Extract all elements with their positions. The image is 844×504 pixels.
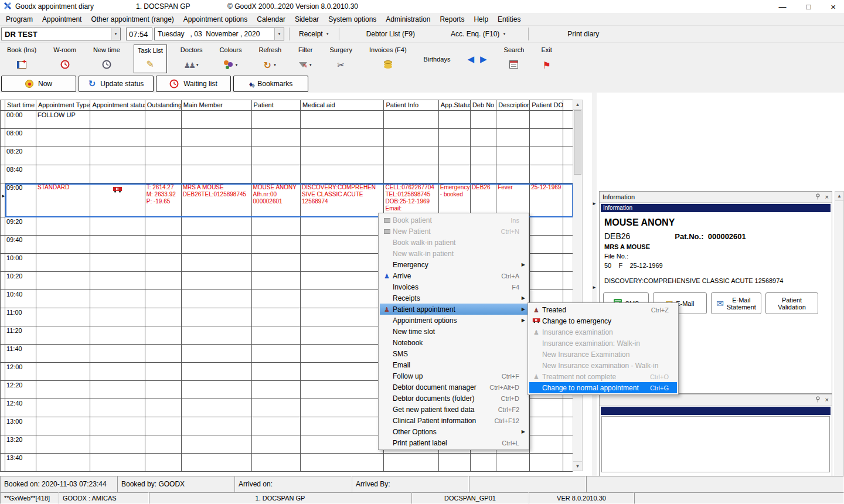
toolbar-button-refresh[interactable]: Refresh↻▼ <box>256 45 285 73</box>
column-header-patient[interactable]: Patient <box>252 100 301 111</box>
column-header-start-time[interactable]: Start time <box>5 100 36 111</box>
menu-entities[interactable]: Entities <box>493 13 525 25</box>
toolbar-button-filter[interactable]: Filter▼ <box>295 45 316 73</box>
date-select[interactable]: Tuesday , 03 November , 2020 ▼ <box>154 28 284 40</box>
grid-row-0840[interactable]: 08:40 <box>1 165 573 183</box>
scroll-up-icon[interactable]: ▲ <box>835 192 843 201</box>
submenu-item-insurance-examination[interactable]: ♟Insurance examination <box>529 326 677 338</box>
submenu-item-treated[interactable]: ♟TreatedCtrl+Z <box>529 304 677 315</box>
column-header-appointment-status[interactable]: Appointment status <box>90 100 145 111</box>
context-menu-item-appointment-options[interactable]: Appointment options▶ <box>380 315 528 326</box>
context-menu-item-arrive[interactable]: ♟ArriveCtrl+A <box>380 270 528 281</box>
column-header-outstanding[interactable]: Outstanding <box>145 100 182 111</box>
context-menu-item-follow-up[interactable]: Follow upCtrl+F <box>380 370 528 382</box>
debtor-list-button[interactable]: Debtor List (F9) <box>362 28 420 40</box>
close-icon[interactable]: × <box>825 396 829 403</box>
quick-button-waiting-list[interactable]: Waiting list <box>156 76 231 92</box>
acc-enq-button[interactable]: Acc. Enq. (F10)▼ <box>446 28 511 40</box>
splitter-arrow-icon[interactable]: ► <box>592 201 597 206</box>
context-menu-item-invoices[interactable]: InvoicesF4 <box>380 281 528 292</box>
context-menu-item-other-options[interactable]: Other Options▶ <box>380 426 528 437</box>
column-header-medical-aid[interactable]: Medical aid <box>301 100 384 111</box>
toolbar-button-book-ins[interactable]: Book (Ins) <box>4 45 40 73</box>
appointment-list-box[interactable] <box>601 416 830 472</box>
context-menu-item-notebook[interactable]: Notebook <box>380 337 528 348</box>
context-menu-item-emergency[interactable]: Emergency▶ <box>380 259 528 270</box>
context-menu-item-email[interactable]: Email <box>380 359 528 370</box>
menu-sidebar[interactable]: Sidebar <box>290 13 324 25</box>
grid-row-1340[interactable]: 13:40 <box>1 454 573 472</box>
toolbar-button-invoices-f4[interactable]: Invoices (F4) <box>366 45 410 73</box>
sidebar-scrollbar[interactable]: ▲ ▼ <box>835 191 844 504</box>
context-menu-item-new-walk-in-patient[interactable]: New walk-in patient <box>380 248 528 259</box>
scroll-down-icon[interactable]: ▼ <box>573 461 582 471</box>
splitter-arrow-icon[interactable]: ► <box>592 285 597 290</box>
minimize-button[interactable]: — <box>778 2 786 11</box>
pin-icon[interactable] <box>815 396 821 404</box>
context-menu-item-debtor-documents-folder[interactable]: Debtor documents (folder)Ctrl+D <box>380 393 528 404</box>
scrollbar-thumb[interactable] <box>574 110 581 175</box>
context-menu-item-patient-appointment[interactable]: ♟Patient appointment▶ <box>380 304 528 315</box>
pin-icon[interactable] <box>815 193 821 201</box>
submenu-item-change-to-emergency[interactable]: Change to emergency <box>529 315 677 326</box>
column-header-patient-dob[interactable]: Patient DOB <box>530 100 563 111</box>
column-header-deb-no[interactable]: Deb No <box>471 100 496 111</box>
menu-appointment[interactable]: Appointment <box>38 13 86 25</box>
context-menu-item-print-patient-label[interactable]: Print patient labelCtrl+L <box>380 437 528 448</box>
context-menu-item-sms[interactable]: SMS <box>380 348 528 359</box>
menu-help[interactable]: Help <box>469 13 493 25</box>
grid-vertical-scrollbar[interactable]: ▲ ▼ <box>573 100 583 471</box>
context-menu-item-debtor-document-manager[interactable]: Debtor document managerCtrl+Alt+D <box>380 382 528 393</box>
menu-system-options[interactable]: System options <box>324 13 381 25</box>
submenu-item-new-insurance-examination[interactable]: New Insurance Examination <box>529 349 677 360</box>
column-header-appointment-type[interactable]: Appointment Type <box>36 100 90 111</box>
quick-button-bookmarks[interactable]: ♦Bookmarks <box>233 76 308 92</box>
menu-calendar[interactable]: Calendar <box>252 13 290 25</box>
context-menu-item-get-new-patient-fixed-data[interactable]: Get new patient fixed dataCtrl+F2 <box>380 404 528 415</box>
maximize-button[interactable]: □ <box>806 2 811 11</box>
next-day-button[interactable]: ▶ <box>480 54 487 64</box>
toolbar-button-task-list[interactable]: Task List✎ <box>134 45 167 73</box>
toolbar-button-surgery[interactable]: Surgery✂ <box>326 45 356 73</box>
chevron-down-icon[interactable]: ▼ <box>111 28 120 40</box>
column-header-patient-info[interactable]: Patient Info <box>384 100 438 111</box>
context-menu-item-receipts[interactable]: Receipts▶ <box>380 292 528 304</box>
menu-appointment-options[interactable]: Appointment options <box>179 13 252 25</box>
quick-button-update-status[interactable]: ↻Update status <box>79 76 154 92</box>
context-menu-item-clinical-patient-information[interactable]: Clinical Patient informationCtrl+F12 <box>380 415 528 426</box>
submenu-item-treatment-not-complete[interactable]: ♟Treatment not completeCtrl+O <box>529 371 677 382</box>
submenu-item-insurance-examination-walk-in[interactable]: Insurance examination: Walk-in <box>529 338 677 349</box>
chevron-down-icon[interactable]: ▼ <box>274 28 284 40</box>
receipt-button[interactable]: Receipt▼ <box>294 28 334 40</box>
context-menu-item-book-walk-in-patient[interactable]: Book walk-in patient <box>380 237 528 248</box>
prev-day-button[interactable]: ◀ <box>467 54 474 64</box>
close-icon[interactable]: × <box>825 193 829 200</box>
menu-other-appointment-range[interactable]: Other appointment (range) <box>86 13 178 25</box>
submenu-item-new-insurance-examination-walk-in[interactable]: New Insurance examination - Walk-in <box>529 360 677 371</box>
menu-administration[interactable]: Administration <box>381 13 435 25</box>
grid-row-0820[interactable]: 08:20 <box>1 147 573 165</box>
patient-validation-button[interactable]: Patient Validation <box>765 292 818 314</box>
column-header-app-status[interactable]: App.Status <box>439 100 471 111</box>
quick-button-now[interactable]: Now <box>1 76 76 92</box>
submenu-item-change-to-normal-appointment[interactable]: Change to normal appointmentCtrl+G <box>529 382 677 393</box>
column-header-description[interactable]: Description <box>496 100 530 111</box>
toolbar-button-search[interactable]: Search <box>501 45 528 73</box>
scroll-up-icon[interactable]: ▲ <box>573 100 582 110</box>
toolbar-button-exit[interactable]: Exit⚑ <box>537 45 555 73</box>
column-header-main-member[interactable]: Main Member <box>182 100 252 111</box>
menu-reports[interactable]: Reports <box>435 13 469 25</box>
toolbar-button-doctors[interactable]: Doctors♟♟▼ <box>177 45 206 73</box>
sidebar-splitter[interactable]: ► ► <box>592 93 597 476</box>
context-menu-item-new-patient[interactable]: New PatientCtrl+N <box>380 226 528 237</box>
print-diary-button[interactable]: Print diary <box>563 28 604 40</box>
close-button[interactable]: × <box>831 2 836 12</box>
grid-row-0000[interactable]: 00:00FOLLOW UP <box>1 111 573 129</box>
toolbar-button-new-time[interactable]: New time <box>90 45 124 73</box>
toolbar-button-w-room[interactable]: W-room <box>50 45 80 73</box>
toolbar-button-colours[interactable]: Colours▼ <box>216 45 246 73</box>
toolbar-button-birthdays[interactable]: Birthdays <box>420 45 454 73</box>
menu-program[interactable]: Program <box>1 13 38 25</box>
e-mail-statement-button[interactable]: ✉E-Mail Statement <box>711 292 761 314</box>
grid-row-0800[interactable]: 08:00 <box>1 129 573 147</box>
